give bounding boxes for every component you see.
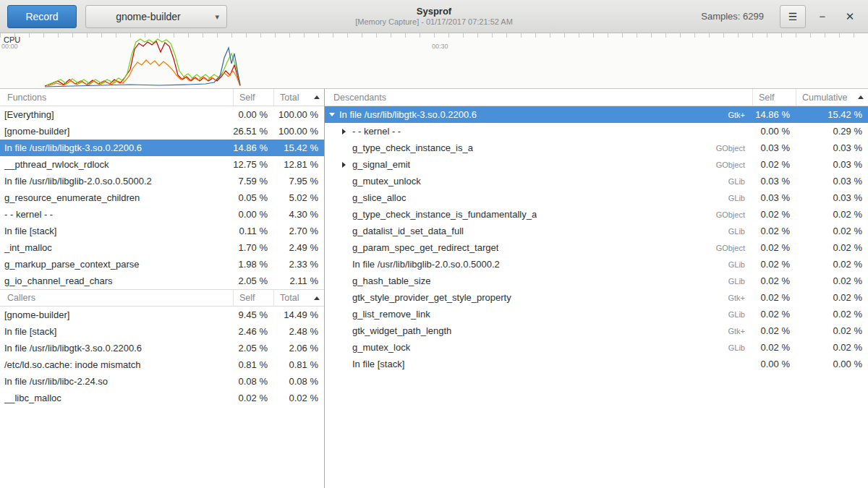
table-row[interactable]: __libc_malloc0.02 %0.02 % bbox=[0, 390, 324, 406]
table-row[interactable]: [Everything]0.00 %100.00 % bbox=[0, 106, 324, 123]
total-value: 4.30 % bbox=[273, 209, 324, 220]
function-name: g_param_spec_get_redirect_target bbox=[325, 242, 696, 253]
close-button[interactable]: ✕ bbox=[839, 6, 861, 27]
table-row[interactable]: __pthread_rwlock_rdlock12.75 %12.81 % bbox=[0, 156, 324, 173]
column-header-self[interactable]: Self bbox=[752, 89, 796, 106]
record-button[interactable]: Record bbox=[7, 5, 77, 28]
cumulative-value: 0.02 % bbox=[796, 292, 868, 303]
function-name: [gnome-builder] bbox=[0, 309, 233, 320]
total-value: 12.81 % bbox=[273, 159, 324, 170]
function-name: g_signal_emit bbox=[325, 159, 696, 170]
cumulative-value: 0.02 % bbox=[796, 242, 868, 253]
self-value: 0.02 % bbox=[752, 209, 796, 220]
table-row[interactable]: g_type_check_instance_is_fundamentally_a… bbox=[325, 206, 868, 223]
minimize-button[interactable]: − bbox=[812, 6, 833, 27]
column-header-total[interactable]: Total bbox=[273, 290, 324, 306]
function-name: In file /usr/lib/libgtk-3.so.0.2200.6 bbox=[0, 142, 233, 153]
function-label: gtk_widget_path_length bbox=[352, 325, 451, 336]
total-value: 2.70 % bbox=[273, 226, 324, 236]
table-row[interactable]: In file /usr/lib/libglib-2.0.so.0.5000.2… bbox=[325, 256, 868, 273]
library-tag: GObject bbox=[696, 144, 752, 153]
function-name: In file /usr/lib/libgtk-3.so.0.2200.6 bbox=[325, 109, 696, 120]
function-label: In file /usr/lib/libgtk-3.so.0.2200.6 bbox=[339, 109, 477, 120]
self-value: 0.03 % bbox=[752, 192, 796, 203]
function-name: g_datalist_id_set_data_full bbox=[325, 226, 696, 236]
table-row[interactable]: g_datalist_id_set_data_fullGLib0.02 %0.0… bbox=[325, 223, 868, 239]
function-label: g_mutex_unlock bbox=[352, 176, 421, 187]
table-row[interactable]: _int_malloc1.70 %2.49 % bbox=[0, 239, 324, 256]
cumulative-value: 0.02 % bbox=[796, 209, 868, 220]
cumulative-value: 0.02 % bbox=[796, 275, 868, 286]
table-row[interactable]: g_io_channel_read_chars2.05 %2.11 % bbox=[0, 273, 324, 289]
library-tag: GLib bbox=[696, 177, 752, 186]
library-tag: GObject bbox=[696, 210, 752, 219]
cpu-usage-chart bbox=[0, 33, 868, 88]
expand-expander-icon[interactable] bbox=[342, 129, 352, 134]
function-name: g_mutex_lock bbox=[325, 342, 696, 353]
cumulative-value: 0.03 % bbox=[796, 192, 868, 203]
total-value: 7.95 % bbox=[273, 176, 324, 187]
table-row[interactable]: - - kernel - -0.00 %4.30 % bbox=[0, 206, 324, 223]
function-name: g_hash_table_size bbox=[325, 275, 696, 286]
self-value: 0.02 % bbox=[752, 275, 796, 286]
function-name: g_markup_parse_context_parse bbox=[0, 259, 233, 270]
self-value: 14.86 % bbox=[752, 109, 796, 120]
table-row[interactable]: g_list_remove_linkGLib0.02 %0.02 % bbox=[325, 306, 868, 322]
self-value: 0.02 % bbox=[752, 159, 796, 170]
target-process-dropdown[interactable]: gnome-builder ▾ bbox=[85, 5, 227, 28]
table-row[interactable]: g_type_check_instance_is_aGObject0.03 %0… bbox=[325, 140, 868, 156]
column-header-self[interactable]: Self bbox=[233, 89, 273, 106]
function-name: g_type_check_instance_is_fundamentally_a bbox=[325, 209, 696, 220]
table-row[interactable]: g_slice_allocGLib0.03 %0.03 % bbox=[325, 189, 868, 206]
table-row[interactable]: g_signal_emitGObject0.02 %0.03 % bbox=[325, 156, 868, 173]
table-row[interactable]: /etc/ld.so.cache: inode mismatch0.81 %0.… bbox=[0, 356, 324, 373]
table-row[interactable]: - - kernel - -0.00 %0.29 % bbox=[325, 123, 868, 140]
table-row[interactable]: g_param_spec_get_redirect_targetGObject0… bbox=[325, 239, 868, 256]
column-header-functions[interactable]: Functions bbox=[0, 89, 233, 106]
column-header-descendants[interactable]: Descendants bbox=[325, 89, 752, 106]
table-row[interactable]: In file /usr/lib/libgtk-3.so.0.2200.614.… bbox=[0, 140, 324, 156]
table-row[interactable]: g_resource_enumerate_children0.05 %5.02 … bbox=[0, 189, 324, 206]
self-value: 0.02 % bbox=[752, 342, 796, 353]
table-row[interactable]: g_hash_table_sizeGLib0.02 %0.02 % bbox=[325, 273, 868, 289]
column-header-self[interactable]: Self bbox=[233, 290, 273, 306]
function-name: In file [stack] bbox=[0, 326, 233, 337]
table-row[interactable]: g_mutex_unlockGLib0.03 %0.03 % bbox=[325, 173, 868, 189]
cumulative-value: 0.02 % bbox=[796, 342, 868, 353]
column-header-cumulative[interactable]: Cumulative bbox=[796, 89, 868, 106]
column-header-total[interactable]: Total bbox=[273, 89, 324, 106]
self-value: 0.02 % bbox=[752, 325, 796, 336]
self-value: 0.00 % bbox=[233, 109, 273, 120]
table-row[interactable]: g_markup_parse_context_parse1.98 %2.33 % bbox=[0, 256, 324, 273]
table-row[interactable]: In file /usr/lib/libc-2.24.so0.08 %0.08 … bbox=[0, 373, 324, 390]
collapse-expander-icon[interactable] bbox=[329, 113, 339, 116]
column-header-callers[interactable]: Callers bbox=[0, 290, 233, 306]
table-row[interactable]: In file [stack]0.11 %2.70 % bbox=[0, 223, 324, 239]
table-row[interactable]: In file /usr/lib/libgtk-3.so.0.2200.6Gtk… bbox=[325, 106, 868, 123]
library-tag: GObject bbox=[696, 244, 752, 252]
library-tag: GLib bbox=[696, 227, 752, 236]
table-row[interactable]: [gnome-builder]26.51 %100.00 % bbox=[0, 123, 324, 140]
descendants-table-body: In file /usr/lib/libgtk-3.so.0.2200.6Gtk… bbox=[325, 106, 868, 372]
table-row[interactable]: g_mutex_lockGLib0.02 %0.02 % bbox=[325, 339, 868, 356]
self-value: 0.05 % bbox=[233, 192, 273, 203]
function-name: In file [stack] bbox=[0, 226, 233, 236]
table-row[interactable]: In file [stack]2.46 %2.48 % bbox=[0, 323, 324, 340]
header-bar: Record gnome-builder ▾ Sysprof [Memory C… bbox=[0, 0, 868, 33]
hamburger-menu-button[interactable]: ☰ bbox=[780, 5, 806, 28]
library-tag: Gtk+ bbox=[696, 327, 752, 335]
table-row[interactable]: gtk_widget_path_lengthGtk+0.02 %0.02 % bbox=[325, 322, 868, 339]
cumulative-value: 0.29 % bbox=[796, 126, 868, 137]
table-row[interactable]: gtk_style_provider_get_style_propertyGtk… bbox=[325, 289, 868, 306]
total-value: 0.81 % bbox=[273, 359, 324, 370]
table-row[interactable]: In file /usr/lib/libgtk-3.so.0.2200.62.0… bbox=[0, 340, 324, 356]
table-row[interactable]: [gnome-builder]9.45 %14.49 % bbox=[0, 307, 324, 323]
total-value: 0.08 % bbox=[273, 376, 324, 387]
table-row[interactable]: In file [stack]0.00 %0.00 % bbox=[325, 356, 868, 372]
table-row[interactable]: In file /usr/lib/libglib-2.0.so.0.5000.2… bbox=[0, 173, 324, 189]
self-value: 0.00 % bbox=[752, 359, 796, 369]
expand-expander-icon[interactable] bbox=[342, 162, 352, 168]
callers-table-header: Callers Self Total bbox=[0, 289, 324, 307]
cpu-usage-graph[interactable]: CPU 00:00 00:30 bbox=[0, 33, 868, 89]
self-value: 1.70 % bbox=[233, 242, 273, 253]
